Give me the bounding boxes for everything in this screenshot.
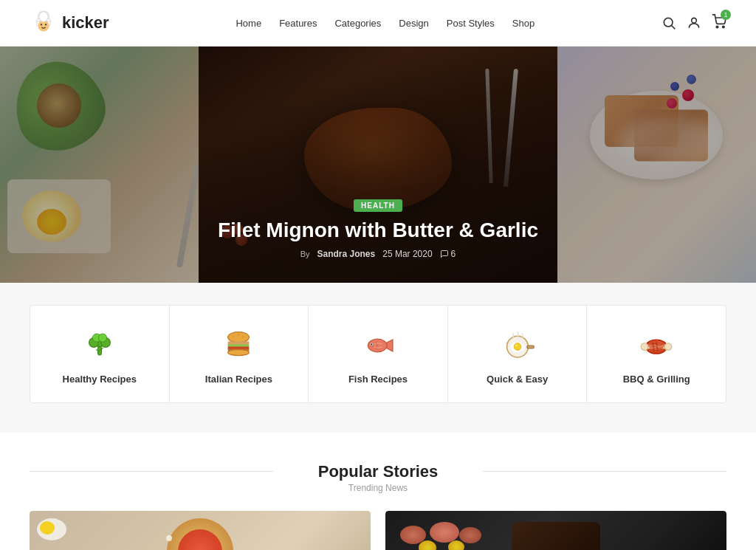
category-italian-recipes[interactable]: Italian Recipes [170, 306, 309, 402]
hero-title: Filet Mignon with Butter & Garlic [213, 218, 542, 243]
category-fish-recipes[interactable]: Fish Recipes [309, 306, 448, 402]
nav-shop[interactable]: Shop [512, 18, 535, 29]
comment-icon [440, 250, 449, 258]
svg-point-26 [233, 335, 235, 337]
svg-point-37 [515, 344, 517, 346]
story-card-1[interactable] [30, 511, 371, 550]
main-nav: Home Features Categories Design Post Sty… [236, 18, 535, 29]
italian-recipes-label: Italian Recipes [205, 374, 272, 385]
nav-categories[interactable]: Categories [334, 18, 381, 29]
site-header: kicker Home Features Categories Design P… [0, 0, 756, 47]
categories-section: Healthy Recipes Italian Recipes [0, 283, 756, 433]
svg-line-8 [672, 26, 676, 30]
svg-point-36 [514, 343, 521, 351]
quick-easy-label: Quick & Easy [487, 374, 548, 385]
svg-point-28 [242, 335, 244, 337]
hero-meta: By Sandra Jones 25 Mar 2020 6 [213, 249, 542, 259]
cart-button[interactable]: 1 [712, 14, 726, 32]
stories-grid [30, 511, 726, 550]
logo-text: kicker [62, 13, 109, 32]
quick-easy-icon [498, 326, 537, 365]
hero-badge: HEALTH [354, 199, 402, 212]
svg-point-7 [664, 18, 673, 27]
popular-title: Popular Stories [30, 462, 726, 481]
healthy-recipes-icon [80, 326, 119, 365]
nav-features[interactable]: Features [279, 18, 317, 29]
categories-grid: Healthy Recipes Italian Recipes [30, 305, 726, 403]
hero-left-image [0, 47, 199, 283]
popular-stories-section: Popular Stories Trending News [0, 433, 756, 550]
hero-comments: 6 [440, 249, 456, 259]
svg-point-20 [228, 332, 250, 343]
healthy-recipes-label: Healthy Recipes [63, 374, 137, 385]
svg-rect-34 [526, 346, 534, 348]
hero-author: Sandra Jones [317, 249, 376, 259]
category-quick-easy[interactable]: Quick & Easy [448, 306, 588, 402]
svg-point-16 [98, 334, 106, 342]
popular-header: Popular Stories Trending News [30, 462, 726, 493]
bbq-grilling-label: BBQ & Grilling [623, 374, 690, 385]
svg-point-9 [692, 18, 697, 23]
svg-point-11 [723, 26, 725, 28]
cart-count: 1 [721, 10, 731, 20]
italian-recipes-icon [219, 326, 258, 365]
bbq-grilling-icon [637, 326, 676, 365]
header-icons: 1 [662, 14, 726, 32]
popular-subtitle: Trending News [30, 483, 726, 493]
hero-date: 25 Mar 2020 [382, 249, 432, 259]
svg-point-41 [664, 343, 672, 351]
search-icon[interactable] [662, 16, 676, 30]
category-healthy-recipes[interactable]: Healthy Recipes [30, 306, 170, 402]
logo-icon [30, 9, 58, 37]
nav-design[interactable]: Design [399, 18, 428, 29]
fish-recipes-label: Fish Recipes [348, 374, 408, 385]
hero-content: HEALTH Filet Mignon with Butter & Garlic… [199, 198, 557, 259]
svg-point-32 [371, 343, 372, 345]
svg-point-27 [238, 334, 240, 336]
logo[interactable]: kicker [30, 9, 109, 37]
svg-point-6 [39, 12, 48, 22]
nav-post-styles[interactable]: Post Styles [447, 18, 495, 29]
svg-point-4 [41, 24, 42, 25]
svg-point-10 [716, 26, 718, 28]
hero-center-image: HEALTH Filet Mignon with Butter & Garlic… [199, 47, 557, 283]
svg-marker-30 [387, 340, 393, 351]
hero-section: HEALTH Filet Mignon with Butter & Garlic… [0, 47, 756, 283]
nav-home[interactable]: Home [236, 18, 261, 29]
hero-right-image [557, 47, 756, 283]
svg-point-40 [641, 343, 648, 351]
user-icon[interactable] [687, 16, 701, 30]
svg-point-25 [228, 350, 250, 356]
svg-point-5 [45, 24, 47, 25]
hero-author-label: By [300, 250, 310, 258]
category-bbq-grilling[interactable]: BBQ & Grilling [587, 306, 726, 402]
story-card-2[interactable] [385, 511, 726, 550]
fish-recipes-icon [359, 326, 397, 365]
